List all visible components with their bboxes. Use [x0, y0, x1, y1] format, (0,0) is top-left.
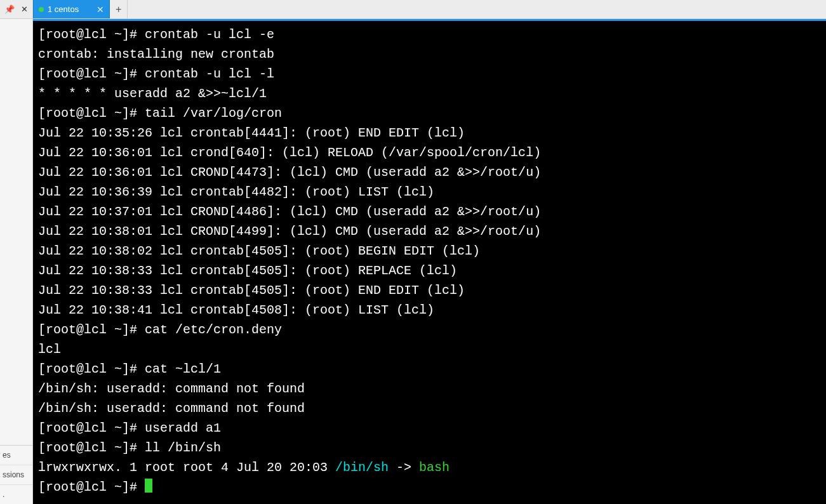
terminal-output[interactable]: [root@lcl ~]# crontab -u lcl -ecrontab: … [33, 21, 826, 497]
terminal-text: Jul 22 10:36:01 lcl CROND[4473]: (lcl) C… [38, 165, 541, 180]
terminal-text: bash [419, 460, 450, 475]
terminal-text: Jul 22 10:38:33 lcl crontab[4505]: (root… [38, 263, 457, 278]
terminal-line: Jul 22 10:38:33 lcl crontab[4505]: (root… [38, 281, 821, 300]
sidebar-item[interactable]: ssions [0, 465, 32, 484]
terminal-text: [root@lcl ~]# cat ~lcl/1 [38, 362, 221, 376]
terminal-text: [root@lcl ~]# [38, 480, 145, 494]
terminal-text: -> [389, 460, 419, 475]
terminal-line: Jul 22 10:37:01 lcl CROND[4486]: (lcl) C… [38, 202, 821, 222]
terminal-text: /bin/sh: useradd: command not found [38, 381, 305, 396]
new-tab-button[interactable]: + [110, 0, 128, 18]
terminal-text: [root@lcl ~]# ll /bin/sh [38, 441, 221, 455]
tab-bar: 📌 ✕ 1 centos ✕ + [0, 0, 826, 19]
terminal-text: [root@lcl ~]# cat /etc/cron.deny [38, 322, 290, 337]
tabbar-left-toolbar: 📌 ✕ [0, 0, 33, 18]
terminal-line: Jul 22 10:38:41 lcl crontab[4508]: (root… [38, 300, 821, 320]
terminal-text: Jul 22 10:35:26 lcl crontab[4441]: (root… [38, 126, 465, 140]
terminal-text: Jul 22 10:36:39 lcl crontab[4482]: (root… [38, 185, 434, 199]
terminal-line: [root@lcl ~]# tail /var/log/cron [38, 103, 821, 123]
terminal-line: Jul 22 10:36:01 lcl crond[640]: (lcl) RE… [38, 143, 821, 162]
terminal-text: Jul 22 10:38:41 lcl crontab[4508]: (root… [38, 303, 434, 317]
terminal-text: crontab: installing new crontab [38, 47, 274, 62]
sidebar-item[interactable]: . [0, 484, 32, 504]
sidebar-item[interactable]: es [0, 446, 32, 465]
tab-session-1[interactable]: 1 centos ✕ [33, 0, 110, 18]
terminal-line: Jul 22 10:36:39 lcl crontab[4482]: (root… [38, 182, 821, 202]
sidebar-bottom: es ssions . [0, 445, 32, 504]
terminal-text: /bin/sh: useradd: command not found [38, 401, 305, 416]
terminal-text: lcl [38, 342, 61, 357]
terminal-text: [root@lcl ~]# tail /var/log/cron [38, 106, 282, 121]
terminal-text: Jul 22 10:36:01 lcl crond[640]: (lcl) RE… [38, 145, 541, 160]
terminal-line: lcl [38, 340, 821, 359]
terminal-line: /bin/sh: useradd: command not found [38, 379, 821, 399]
tab-close-icon[interactable]: ✕ [97, 4, 104, 15]
close-panel-icon[interactable]: ✕ [21, 4, 28, 14]
left-sidebar: es ssions . [0, 19, 33, 504]
terminal-line: [root@lcl ~]# crontab -u lcl -e [38, 25, 821, 44]
terminal-text: [root@lcl ~]# crontab -u lcl -e [38, 27, 274, 42]
terminal-cursor [145, 479, 152, 493]
terminal-text: Jul 22 10:38:01 lcl CROND[4499]: (lcl) C… [38, 224, 541, 239]
terminal-line: [root@lcl ~]# crontab -u lcl -l [38, 64, 821, 84]
terminal-text: * * * * * useradd a2 &>>~lcl/1 [38, 86, 267, 101]
terminal-line: [root@lcl ~]# [38, 477, 821, 497]
terminal-line: /bin/sh: useradd: command not found [38, 399, 821, 418]
tab-label: 1 centos [48, 4, 79, 14]
status-dot-connected-icon [39, 7, 44, 12]
terminal-text: [root@lcl ~]# crontab -u lcl -l [38, 67, 274, 81]
terminal-line: Jul 22 10:35:26 lcl crontab[4441]: (root… [38, 123, 821, 143]
terminal-text: Jul 22 10:38:02 lcl crontab[4505]: (root… [38, 244, 480, 258]
terminal-line: crontab: installing new crontab [38, 44, 821, 64]
terminal-line: Jul 22 10:36:01 lcl CROND[4473]: (lcl) C… [38, 162, 821, 182]
terminal-line: lrwxrwxrwx. 1 root root 4 Jul 20 20:03 /… [38, 458, 821, 477]
terminal-text: Jul 22 10:38:33 lcl crontab[4505]: (root… [38, 283, 465, 298]
terminal-text: Jul 22 10:37:01 lcl CROND[4486]: (lcl) C… [38, 204, 541, 219]
terminal-line: [root@lcl ~]# useradd a1 [38, 418, 821, 438]
terminal-line: Jul 22 10:38:02 lcl crontab[4505]: (root… [38, 241, 821, 261]
terminal-text: [root@lcl ~]# useradd a1 [38, 421, 221, 435]
terminal-pane[interactable]: [root@lcl ~]# crontab -u lcl -ecrontab: … [33, 19, 826, 504]
terminal-line: [root@lcl ~]# ll /bin/sh [38, 438, 821, 458]
terminal-line: Jul 22 10:38:01 lcl CROND[4499]: (lcl) C… [38, 222, 821, 241]
terminal-line: [root@lcl ~]# cat ~lcl/1 [38, 359, 821, 379]
sidebar-top [0, 19, 32, 445]
terminal-line: * * * * * useradd a2 &>>~lcl/1 [38, 84, 821, 103]
pin-icon[interactable]: 📌 [4, 4, 15, 14]
terminal-line: Jul 22 10:38:33 lcl crontab[4505]: (root… [38, 261, 821, 281]
terminal-text: lrwxrwxrwx. 1 root root 4 Jul 20 20:03 [38, 460, 335, 475]
main-area: es ssions . [root@lcl ~]# crontab -u lcl… [0, 19, 826, 504]
terminal-line: [root@lcl ~]# cat /etc/cron.deny [38, 320, 821, 340]
terminal-text: /bin/sh [335, 460, 389, 475]
